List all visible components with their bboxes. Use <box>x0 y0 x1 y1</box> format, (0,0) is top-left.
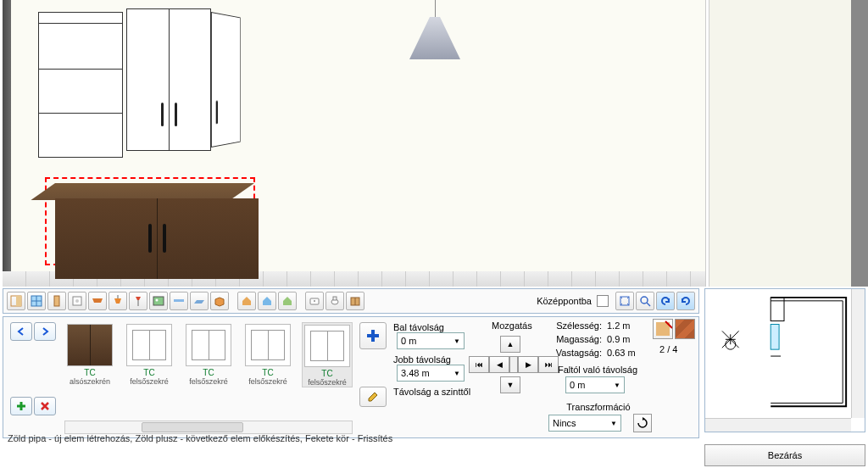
svg-rect-24 <box>771 325 779 350</box>
center-checkbox[interactable] <box>597 295 609 307</box>
move-up-button[interactable]: ▲ <box>500 336 520 353</box>
mini-scroll-vertical[interactable] <box>851 289 865 418</box>
level-distance-label: Távolság a szinttől <box>393 387 470 397</box>
right-distance-combo[interactable]: 3.48 m▼ <box>397 365 465 382</box>
tool-switch-icon[interactable] <box>68 292 86 310</box>
svg-rect-19 <box>620 297 629 305</box>
lib-item-sub: felsőszekré <box>183 377 234 386</box>
wall-distance-combo[interactable]: 0 m▼ <box>565 376 625 393</box>
pendant-lamp <box>409 0 460 59</box>
refresh-button[interactable] <box>633 414 652 432</box>
tool-shelf-icon[interactable] <box>170 292 188 310</box>
transform-label: Transzformáció <box>539 402 658 412</box>
lib-item-title: TC <box>124 368 175 377</box>
svg-rect-16 <box>333 297 337 300</box>
viewport-3d-main[interactable] <box>3 0 706 287</box>
left-distance-combo[interactable]: 0 m▼ <box>397 332 465 349</box>
svg-rect-2 <box>31 296 42 306</box>
tool-house-c-icon[interactable] <box>278 292 297 310</box>
delete-button[interactable] <box>34 397 56 415</box>
svg-rect-17 <box>351 298 359 305</box>
tool-house-a-icon[interactable] <box>237 292 256 310</box>
thickness-value: 0.63 m <box>607 348 636 358</box>
tool-sink-icon[interactable] <box>305 292 324 310</box>
lib-item-title: TC <box>242 368 293 377</box>
lib-item-sub: felsőszekré <box>303 378 352 387</box>
mini-scroll-horizontal[interactable] <box>705 418 851 432</box>
zoom-fit-icon[interactable] <box>615 292 634 310</box>
redo-icon[interactable] <box>676 292 695 310</box>
right-distance-label: Jobb távolság <box>393 354 451 365</box>
svg-rect-10 <box>153 297 164 305</box>
move-label: Mozgatás <box>492 320 532 331</box>
close-button-label: Bezárás <box>768 450 802 460</box>
center-label: Középpontba <box>537 296 592 306</box>
move-first-button[interactable]: ⏮ <box>469 356 489 373</box>
wall-left <box>3 0 11 271</box>
svg-point-15 <box>331 299 338 304</box>
material-a-button[interactable] <box>653 319 673 339</box>
move-right-button[interactable]: ▶ <box>518 356 538 373</box>
lib-item-title: TC <box>183 368 234 377</box>
library-item[interactable]: TC alsószekrén <box>64 322 115 387</box>
nav-next-button[interactable] <box>34 322 56 341</box>
svg-point-20 <box>641 297 648 304</box>
lib-item-sub: alsószekrén <box>64 377 115 386</box>
zoom-icon[interactable] <box>636 292 654 310</box>
svg-rect-5 <box>54 296 59 306</box>
tool-furniture-icon[interactable] <box>346 292 364 310</box>
height-value: 0.9 m <box>607 334 631 344</box>
tool-awning-icon[interactable] <box>88 292 107 310</box>
svg-rect-13 <box>310 298 319 304</box>
viewport-wall-right <box>709 0 868 287</box>
wall-distance-label: Faltól való távolság <box>542 365 653 375</box>
tool-window-icon[interactable] <box>27 292 46 310</box>
svg-point-7 <box>75 299 79 303</box>
tool-box-icon[interactable] <box>210 292 229 310</box>
edit-button[interactable] <box>359 387 387 407</box>
lower-cabinet[interactable] <box>55 183 254 276</box>
tool-toilet-icon[interactable] <box>326 292 344 310</box>
undo-icon[interactable] <box>656 292 675 310</box>
left-distance-label: Bal távolság <box>393 322 444 332</box>
page-indicator: 2 / 4 <box>659 344 677 354</box>
tool-ceiling-lamp-icon[interactable] <box>108 292 127 310</box>
move-left-button[interactable]: ◀ <box>489 356 509 373</box>
width-value: 1.2 m <box>607 320 631 331</box>
toolbar: Középpontba <box>3 288 699 314</box>
viewport-3d <box>0 0 868 287</box>
tool-floor-lamp-icon[interactable] <box>129 292 147 310</box>
mini-plan-view[interactable] <box>704 288 865 432</box>
svg-rect-6 <box>73 297 81 305</box>
transform-combo[interactable]: Nincs▼ <box>548 415 621 432</box>
library-items: TC alsószekrén TC felsőszekré TC felsősz… <box>64 322 353 387</box>
tool-column-icon[interactable] <box>47 292 66 310</box>
svg-point-14 <box>314 300 315 302</box>
material-b-button[interactable] <box>675 319 695 339</box>
status-bar: Zöld pipa - új elem létrehozás, Zöld plu… <box>3 432 699 447</box>
dimensions: Szélesség:1.2 m Magasság:0.9 m Vastagság… <box>542 320 636 361</box>
lib-item-title: TC <box>64 368 115 377</box>
tool-cabinet-icon[interactable] <box>190 292 209 310</box>
svg-point-11 <box>156 299 159 302</box>
svg-rect-12 <box>174 299 184 302</box>
close-button[interactable]: Bezárás <box>704 444 865 466</box>
add-button[interactable] <box>10 397 32 415</box>
nav-prev-button[interactable] <box>10 322 32 341</box>
tool-picture-icon[interactable] <box>149 292 168 310</box>
svg-rect-0 <box>11 296 21 306</box>
move-down-button[interactable]: ▼ <box>500 376 520 393</box>
lib-item-sub: felsőszekré <box>124 377 175 386</box>
library-item[interactable]: TC felsőszekré <box>183 322 234 387</box>
tool-door-icon[interactable] <box>7 292 25 310</box>
svg-line-21 <box>647 303 650 306</box>
library-item[interactable]: TC felsőszekré <box>242 322 293 387</box>
move-gap <box>509 356 518 373</box>
library-item-selected[interactable]: TC felsőszekré <box>302 322 353 387</box>
svg-rect-1 <box>16 296 21 306</box>
place-button[interactable] <box>359 322 387 349</box>
lib-item-title: TC <box>303 369 352 378</box>
tool-house-b-icon[interactable] <box>258 292 276 310</box>
lib-item-sub: felsőszekré <box>242 377 293 386</box>
library-item[interactable]: TC felsőszekré <box>124 322 175 387</box>
